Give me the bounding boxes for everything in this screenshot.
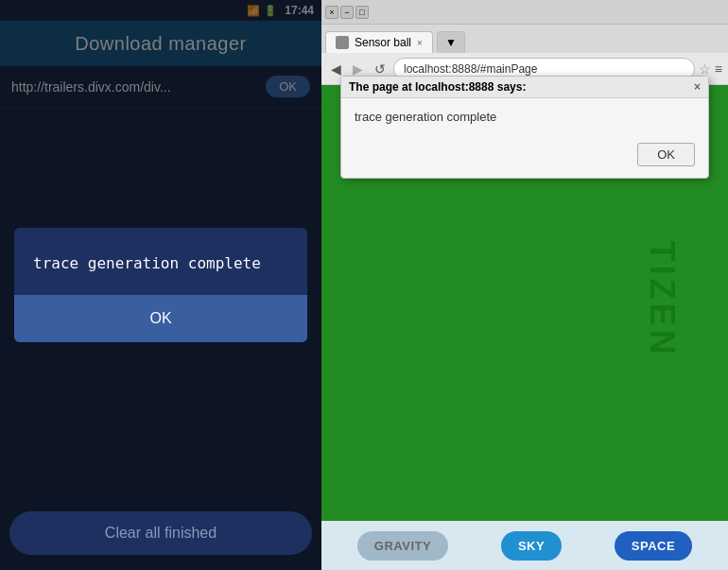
gravity-button[interactable]: GRAVITY bbox=[357, 531, 448, 561]
browser-dialog: The page at localhost:8888 says: × trace… bbox=[340, 76, 709, 179]
browser-content: TIZEN The page at localhost:8888 says: ×… bbox=[321, 85, 728, 521]
browser-dialog-close-button[interactable]: × bbox=[694, 80, 701, 94]
minimize-window-button[interactable]: − bbox=[340, 6, 354, 19]
bottom-bar: Clear all finished bbox=[9, 511, 312, 555]
tab-bar: Sensor ball × ▼ bbox=[321, 25, 728, 53]
sky-button[interactable]: SKY bbox=[501, 531, 562, 561]
right-panel: × − □ Sensor ball × ▼ ◀ ▶ ↺ ☆ ≡ TIZEN Th… bbox=[321, 0, 728, 570]
close-window-button[interactable]: × bbox=[325, 6, 338, 19]
maximize-window-button[interactable]: □ bbox=[355, 6, 369, 19]
dialog-ok-button[interactable]: OK bbox=[14, 295, 307, 342]
browser-dialog-titlebar: The page at localhost:8888 says: × bbox=[341, 77, 708, 98]
browser-menu-button[interactable]: ≡ bbox=[715, 61, 722, 77]
tab-close-button[interactable]: × bbox=[417, 38, 423, 48]
left-panel: 📶 🔋 17:44 Download manager http://traile… bbox=[0, 0, 321, 570]
browser-dialog-ok-button[interactable]: OK bbox=[637, 143, 695, 166]
browser-dialog-footer: OK bbox=[341, 135, 708, 178]
browser-dialog-body: trace generation complete bbox=[341, 98, 708, 135]
browser-titlebar: × − □ bbox=[321, 0, 728, 25]
browser-dialog-message: trace generation complete bbox=[355, 110, 695, 124]
tizen-watermark: TIZEN bbox=[642, 240, 682, 357]
left-dialog: trace generation complete OK bbox=[14, 228, 307, 342]
dialog-overlay: trace generation complete OK bbox=[0, 0, 321, 570]
browser-tab[interactable]: Sensor ball × bbox=[325, 31, 433, 53]
tab-favicon bbox=[336, 36, 349, 49]
bookmark-button[interactable]: ☆ bbox=[699, 61, 711, 77]
dialog-message: trace generation complete bbox=[14, 228, 307, 295]
browser-dialog-title: The page at localhost:8888 says: bbox=[349, 80, 526, 94]
clear-all-button[interactable]: Clear all finished bbox=[9, 511, 312, 555]
new-tab-button[interactable]: ▼ bbox=[437, 31, 465, 53]
bottom-buttons: GRAVITY SKY SPACE bbox=[321, 521, 728, 570]
space-button[interactable]: SPACE bbox=[615, 531, 692, 561]
tab-title: Sensor ball bbox=[355, 36, 411, 49]
